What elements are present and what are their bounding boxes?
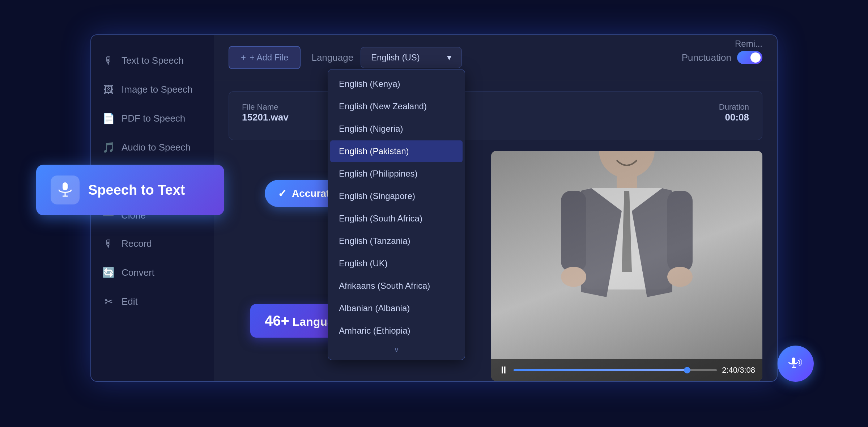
sidebar-item-label: Edit bbox=[122, 296, 138, 307]
dropdown-item-south-africa[interactable]: English (South Africa) bbox=[330, 208, 463, 229]
pdf-to-speech-icon: 📄 bbox=[102, 112, 115, 125]
mic-badge-icon: T bbox=[56, 181, 74, 199]
dropdown-item-albanian[interactable]: Albanian (Albania) bbox=[330, 297, 463, 319]
sidebar-item-label: Convert bbox=[122, 267, 154, 278]
speech-highlight-badge: T Speech to Text bbox=[36, 165, 224, 215]
video-time: 2:40/3:08 bbox=[722, 365, 755, 375]
video-progress-dot bbox=[684, 367, 690, 373]
sidebar-item-pdf-to-speech[interactable]: 📄 PDF to Speech bbox=[91, 104, 214, 133]
duration-label: Duration bbox=[719, 102, 749, 112]
sidebar-item-audio-to-speech[interactable]: 🎵 Audio to Speech bbox=[91, 133, 214, 162]
add-file-icon: + bbox=[241, 52, 246, 63]
sidebar-item-label: PDF to Speech bbox=[122, 113, 185, 124]
top-bar: + + Add File Language English (US) ▾ Eng… bbox=[214, 35, 777, 80]
svg-point-7 bbox=[667, 267, 693, 287]
svg-text:T: T bbox=[67, 184, 70, 189]
man-figure bbox=[536, 151, 717, 363]
dropdown-item-philippines[interactable]: English (Philippines) bbox=[330, 163, 463, 185]
dropdown-item-nigeria[interactable]: English (Nigeria) bbox=[330, 118, 463, 140]
file-name-label: File Name bbox=[242, 102, 289, 112]
dropdown-item-nz[interactable]: English (New Zealand) bbox=[330, 96, 463, 117]
svg-rect-5 bbox=[667, 191, 693, 272]
image-to-speech-icon: 🖼 bbox=[102, 83, 115, 96]
video-progress-fill bbox=[514, 369, 690, 371]
content-area: ✓ Accurate text transcription 46+ Langua… bbox=[229, 151, 762, 381]
file-header: File Name 15201.wav Duration 00:08 bbox=[242, 102, 749, 123]
pause-button[interactable]: ⏸ bbox=[498, 364, 509, 376]
punctuation-section: Punctuation bbox=[682, 51, 762, 64]
speech-badge-label: Speech to Text bbox=[88, 182, 185, 198]
duration-value: 00:08 bbox=[719, 112, 749, 123]
sidebar-item-label: Image to Speech bbox=[122, 84, 193, 95]
svg-point-0 bbox=[599, 151, 655, 178]
dropdown-scroll-icon: ∨ bbox=[328, 342, 465, 357]
language-label: Language bbox=[311, 52, 353, 63]
dropdown-item-tanzania[interactable]: English (Tanzania) bbox=[330, 230, 463, 252]
video-panel: ⏸ 2:40/3:08 bbox=[491, 151, 762, 381]
sidebar-item-record[interactable]: 🎙 Record bbox=[91, 229, 214, 258]
scene: 🎙 Text to Speech 🖼 Image to Speech 📄 PDF… bbox=[36, 24, 832, 403]
dropdown-item-uk[interactable]: English (UK) bbox=[330, 253, 463, 274]
video-progress-bar[interactable] bbox=[514, 369, 717, 371]
dropdown-item-pakistan[interactable]: English (Pakistan) bbox=[330, 140, 463, 162]
languages-count: 46+ bbox=[265, 313, 289, 329]
chevron-down-icon: ▾ bbox=[447, 52, 451, 63]
punctuation-toggle[interactable] bbox=[737, 51, 762, 64]
file-name-value: 15201.wav bbox=[242, 112, 289, 123]
add-file-button[interactable]: + + Add File bbox=[229, 46, 301, 69]
video-controls[interactable]: ⏸ 2:40/3:08 bbox=[491, 359, 762, 381]
convert-icon: 🔄 bbox=[102, 266, 115, 279]
language-value: English (US) bbox=[371, 52, 420, 63]
video-background bbox=[491, 151, 762, 381]
file-panel: File Name 15201.wav Duration 00:08 bbox=[229, 91, 762, 140]
checkmark-icon: ✓ bbox=[278, 187, 287, 200]
sidebar-item-edit[interactable]: ✂ Edit bbox=[91, 287, 214, 316]
dropdown-item-singapore[interactable]: English (Singapore) bbox=[330, 185, 463, 207]
audio-to-speech-icon: 🎵 bbox=[102, 141, 115, 154]
svg-rect-4 bbox=[561, 191, 586, 272]
punctuation-label: Punctuation bbox=[682, 52, 731, 63]
sidebar-item-label: Text to Speech bbox=[122, 55, 184, 66]
add-file-label: + Add File bbox=[250, 52, 288, 63]
sidebar-item-label: Audio to Speech bbox=[122, 142, 191, 153]
sidebar-item-label: Record bbox=[122, 238, 152, 249]
svg-point-6 bbox=[561, 267, 586, 287]
speech-badge-icon: T bbox=[51, 176, 80, 204]
dropdown-item-amharic[interactable]: Amharic (Ethiopia) bbox=[330, 320, 463, 342]
text-to-speech-icon: 🎙 bbox=[102, 54, 115, 67]
main-content: Remi... + + Add File Language English (U… bbox=[214, 35, 777, 381]
record-icon: 🎙 bbox=[102, 237, 115, 250]
remi-text: Remi... bbox=[735, 39, 762, 49]
speech-wave-icon bbox=[787, 355, 805, 373]
bottom-float-button[interactable] bbox=[778, 346, 814, 382]
sidebar-item-text-to-speech[interactable]: 🎙 Text to Speech bbox=[91, 46, 214, 75]
language-select[interactable]: English (US) ▾ English (Kenya) English (… bbox=[361, 47, 462, 68]
language-dropdown[interactable]: English (Kenya) English (New Zealand) En… bbox=[328, 69, 465, 360]
sidebar-item-convert[interactable]: 🔄 Convert bbox=[91, 258, 214, 287]
dropdown-item-afrikaans[interactable]: Afrikaans (South Africa) bbox=[330, 275, 463, 297]
edit-icon: ✂ bbox=[102, 295, 115, 308]
sidebar-item-image-to-speech[interactable]: 🖼 Image to Speech bbox=[91, 75, 214, 104]
dropdown-item-kenya[interactable]: English (Kenya) bbox=[330, 73, 463, 95]
language-section: Language English (US) ▾ English (Kenya) … bbox=[311, 47, 671, 68]
svg-rect-16 bbox=[792, 358, 795, 364]
